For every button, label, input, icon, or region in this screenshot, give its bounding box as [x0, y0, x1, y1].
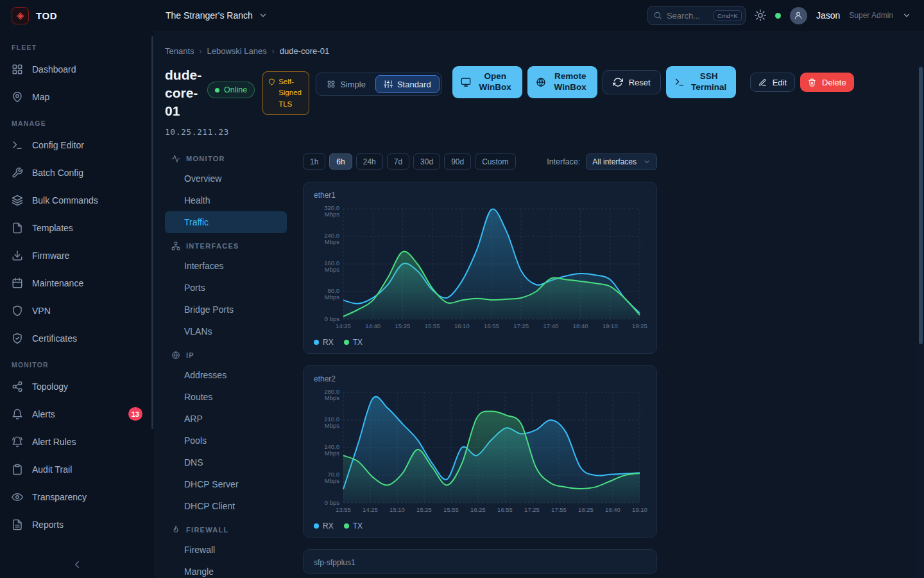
device-nav-item-dhcp-server[interactable]: DHCP Server: [165, 473, 287, 495]
tenant-selector[interactable]: The Stranger's Ranch: [166, 10, 268, 21]
breadcrumb-item-lebowski-lanes[interactable]: Lebowski Lanes: [207, 46, 267, 56]
sidebar-item-label: Audit Trail: [32, 464, 72, 475]
time-range-1h-button[interactable]: 1h: [303, 153, 325, 170]
device-nav-item-routes[interactable]: Routes: [165, 386, 287, 408]
remote-winbox-button[interactable]: Remote WinBox: [527, 66, 597, 98]
time-range-7d-button[interactable]: 7d: [387, 153, 409, 170]
sidebar-scrollbar[interactable]: [151, 36, 153, 429]
status-badge-label: Online: [224, 85, 247, 94]
avatar[interactable]: [790, 7, 807, 24]
sliders-icon: [384, 80, 393, 89]
device-nav-item-dhcp-client[interactable]: DHCP Client: [165, 495, 287, 517]
svg-text:14:40: 14:40: [365, 322, 381, 329]
device-nav-item-traffic[interactable]: Traffic: [165, 211, 287, 233]
device-nav-item-ports[interactable]: Ports: [165, 277, 287, 299]
legend-rx: RX: [314, 338, 334, 347]
device-nav-item-pools[interactable]: Pools: [165, 430, 287, 451]
sidebar-item-bulk-commands[interactable]: Bulk Commands: [0, 186, 154, 214]
svg-text:13:55: 13:55: [336, 506, 351, 513]
time-range-custom-button[interactable]: Custom: [475, 153, 515, 170]
sidebar-item-transparency[interactable]: Transparency: [0, 483, 154, 511]
report-icon: [12, 519, 23, 530]
device-ip: 10.25.211.23: [165, 127, 207, 137]
device-nav-item-bridge-ports[interactable]: Bridge Ports: [165, 299, 287, 320]
delete-button[interactable]: Delete: [800, 73, 854, 92]
device-title-block: dude-core-01 10.25.211.23: [165, 66, 207, 137]
breadcrumb-item-tenants[interactable]: Tenants: [165, 46, 194, 56]
sidebar-item-firmware[interactable]: Firmware: [0, 241, 154, 269]
device-nav-item-addresses[interactable]: Addresses: [165, 364, 287, 386]
sidebar-item-alert-rules[interactable]: Alert Rules: [0, 428, 154, 455]
sidebar-item-batch-config[interactable]: Batch Config: [0, 159, 154, 186]
time-range-30d-button[interactable]: 30d: [413, 153, 440, 170]
sidebar-item-audit-trail[interactable]: Audit Trail: [0, 455, 154, 483]
device-nav-item-dns[interactable]: DNS: [165, 451, 287, 473]
view-mode-toggle: SimpleStandard: [316, 73, 442, 96]
device-nav-item-firewall[interactable]: Firewall: [165, 539, 287, 561]
sidebar-item-vpn[interactable]: VPN: [0, 297, 154, 324]
status-badge: Online: [207, 82, 255, 98]
svg-text:19:25: 19:25: [632, 322, 647, 329]
legend-rx-dot-icon: [314, 340, 319, 345]
edit-button[interactable]: Edit: [750, 73, 795, 92]
traffic-controls: 1h6h24h7d30d90dCustom Interface: All int…: [303, 153, 657, 170]
mode-option-standard[interactable]: Standard: [375, 75, 440, 93]
button-label: Delete: [822, 78, 846, 87]
sidebar-item-dashboard[interactable]: Dashboard: [0, 55, 154, 83]
device-nav-item-overview[interactable]: Overview: [165, 168, 287, 189]
sidebar-item-map[interactable]: Map: [0, 83, 154, 110]
time-range-6h-button[interactable]: 6h: [329, 153, 352, 170]
svg-text:18:25: 18:25: [578, 506, 594, 513]
open-winbox-button[interactable]: Open WinBox: [452, 66, 522, 98]
device-nav-item-health[interactable]: Health: [165, 189, 287, 211]
search-box[interactable]: Cmd+K: [647, 6, 746, 25]
bell-icon: [12, 408, 23, 420]
search-input[interactable]: [667, 11, 709, 21]
user-menu-chevron-icon[interactable]: [902, 11, 911, 20]
sidebar-item-topology[interactable]: Topology: [0, 372, 154, 400]
sidebar-item-maintenance[interactable]: Maintenance: [0, 269, 154, 297]
svg-text:15:25: 15:25: [416, 506, 432, 513]
device-nav-item-interfaces[interactable]: Interfaces: [165, 255, 287, 277]
device-header: dude-core-01 10.25.211.23 Online Self-Si…: [165, 66, 924, 137]
device-nav-section-ip: IP: [165, 342, 287, 364]
sidebar-item-config-editor[interactable]: Config Editor: [0, 131, 154, 159]
legend-rx-dot-icon: [314, 523, 319, 529]
sidebar-item-reports[interactable]: Reports: [0, 511, 154, 538]
theme-toggle-sun-icon[interactable]: [755, 10, 766, 21]
device-nav-item-arp[interactable]: ARP: [165, 408, 287, 430]
ssh-terminal-icon: [674, 77, 685, 87]
monitor-icon: [461, 77, 471, 87]
button-label: SSH Terminal: [690, 71, 728, 93]
svg-text:Mbps: Mbps: [325, 211, 339, 218]
sidebar-section-label: MANAGE: [0, 110, 154, 131]
interface-select[interactable]: All interfaces: [586, 153, 657, 170]
ssh-terminal-button[interactable]: SSH Terminal: [666, 66, 736, 98]
sidebar-item-templates[interactable]: Templates: [0, 214, 154, 241]
app-brand: ◈ TOD: [0, 0, 154, 31]
svg-text:Mbps: Mbps: [325, 293, 339, 301]
tls-warning-badge: Self-Signed TLS: [262, 71, 309, 115]
svg-text:16:10: 16:10: [454, 322, 470, 329]
shield-alert-icon: [268, 76, 275, 110]
page-scrollbar-thumb[interactable]: [919, 67, 923, 344]
svg-text:16:25: 16:25: [470, 506, 486, 513]
time-range-24h-button[interactable]: 24h: [356, 153, 383, 170]
svg-text:15:25: 15:25: [395, 322, 411, 329]
share-icon: [12, 381, 23, 392]
reset-button[interactable]: Reset: [603, 70, 661, 94]
traffic-panel: 1h6h24h7d30d90dCustom Interface: All int…: [303, 146, 657, 578]
chart-legend: RXTX: [314, 338, 646, 347]
device-nav-item-vlans[interactable]: VLANs: [165, 320, 287, 342]
sidebar-item-certificates[interactable]: Certificates: [0, 324, 154, 352]
mode-option-simple[interactable]: Simple: [318, 75, 374, 93]
svg-text:Mbps: Mbps: [325, 394, 339, 401]
time-range-90d-button[interactable]: 90d: [444, 153, 471, 170]
sidebar-item-label: Dashboard: [32, 64, 76, 74]
sidebar-collapse-button[interactable]: [0, 551, 154, 578]
globe-icon: [171, 351, 180, 360]
alerts-count-badge: 13: [128, 407, 142, 421]
sidebar-item-alerts[interactable]: Alerts13: [0, 400, 154, 428]
traffic-chart: 280.0Mbps210.0Mbps140.0Mbps70.0Mbps0 bps…: [314, 387, 647, 520]
device-nav-item-mangle[interactable]: Mangle: [165, 561, 287, 578]
